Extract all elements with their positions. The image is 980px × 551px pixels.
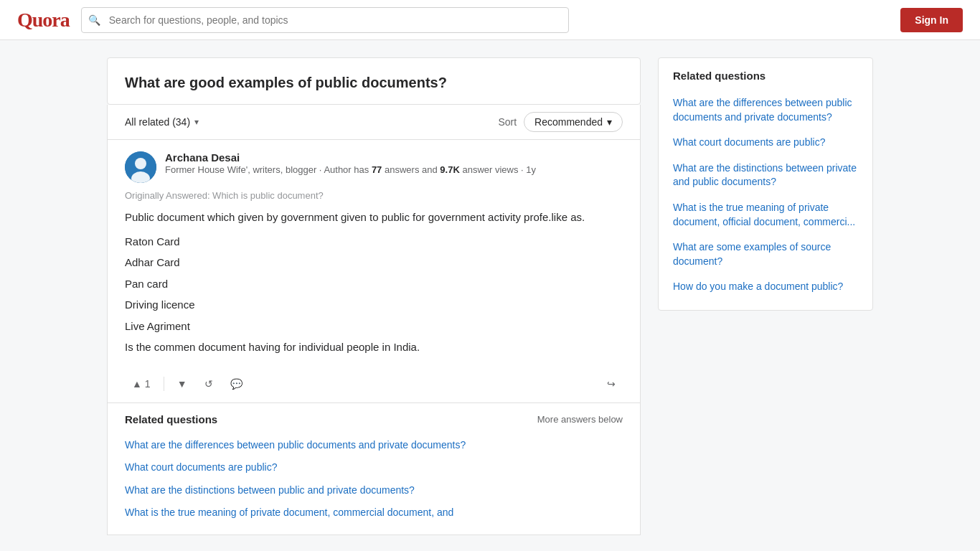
all-related-label: All related (34) [125,116,190,128]
sidebar-link-item[interactable]: What court documents are public? [673,131,858,154]
sort-area: Sort Recommended ▾ [498,112,623,132]
related-link-item[interactable]: What is the true meaning of private docu… [125,501,623,524]
list-item: Raton Card [125,232,623,251]
author-bio: Former House Wife', writers, blogger · A… [165,164,623,176]
related-questions-inline-title: Related questions [125,413,217,425]
sidebar-link-item[interactable]: What is the true meaning of private docu… [673,197,858,233]
share-icon: ↪ [607,378,616,390]
list-item: Adhar Card [125,253,623,272]
related-questions-inline-header: Related questions More answers below [125,413,623,425]
right-sidebar: Related questions What are the differenc… [658,57,873,311]
answer-card: Archana Desai Former House Wife', writer… [107,140,641,403]
author-bio-text: Former House Wife', writers, blogger · A… [165,164,369,175]
left-column: What are good examples of public documen… [107,57,641,535]
related-link-item[interactable]: What are the distinctions between public… [125,479,623,502]
related-link-item[interactable]: What are the differences between public … [125,434,623,457]
upvote-button[interactable]: ▲ 1 [125,374,158,394]
upvote-count: 1 [145,378,151,390]
list-item: Driving licence [125,296,623,314]
action-divider [164,377,164,391]
author-info: Archana Desai Former House Wife', writer… [165,151,623,176]
related-questions-inline: Related questions More answers below Wha… [107,403,641,535]
filter-bar: All related (34) ▾ Sort Recommended ▾ [107,105,641,140]
share-button[interactable]: ↪ [600,374,623,394]
chevron-down-icon: ▾ [194,117,199,127]
retry-button[interactable]: ↺ [197,374,220,394]
author-bio-end: answer views · 1y [462,164,536,175]
sidebar-link-item[interactable]: What are the differences between public … [673,92,858,128]
sidebar-link-item[interactable]: What are the distinctions between privat… [673,157,858,194]
sort-dropdown[interactable]: Recommended ▾ [524,112,623,132]
recommended-label: Recommended [534,116,603,128]
avatar[interactable] [125,151,156,183]
question-box: What are good examples of public documen… [107,57,641,105]
more-answers-below-label: More answers below [537,414,623,425]
search-container: 🔍 [81,7,569,33]
answer-closing: Is the commen document having for indivi… [125,338,623,357]
question-title: What are good examples of public documen… [125,72,623,93]
comment-button[interactable]: 💬 [223,374,250,394]
search-icon: 🔍 [88,14,100,26]
author-name[interactable]: Archana Desai [165,151,623,164]
upvote-icon: ▲ [132,378,142,390]
comment-icon: 💬 [230,378,242,390]
list-item: Live Agriment [125,317,623,336]
sidebar-title: Related questions [673,70,858,82]
answer-count: 77 [372,164,382,175]
signin-button[interactable]: Sign In [900,8,963,32]
quora-logo[interactable]: Quora [17,9,70,32]
related-link-item[interactable]: What court documents are public? [125,456,623,479]
list-item: Pan card [125,275,623,293]
downvote-icon: ▼ [177,378,187,390]
downvote-button[interactable]: ▼ [170,374,194,394]
search-input[interactable] [81,7,569,33]
svg-point-1 [135,158,146,169]
sort-label: Sort [498,116,517,128]
sidebar-link-item[interactable]: How do you make a document public? [673,276,858,298]
retry-icon: ↺ [204,378,213,390]
view-count: 9.7K [440,164,459,175]
chevron-down-icon: ▾ [607,116,612,128]
action-bar: ▲ 1 ▼ ↺ 💬 ↪ [125,367,623,394]
main-layout: What are good examples of public documen… [95,40,885,551]
sidebar-link-item[interactable]: What are some examples of source documen… [673,236,858,273]
author-row: Archana Desai Former House Wife', writer… [125,151,623,183]
answer-body: Public document which given by governmen… [125,208,623,357]
all-related-filter[interactable]: All related (34) ▾ [125,116,199,128]
author-bio-mid: answers and [385,164,438,175]
header: Quora 🔍 Sign In [0,0,980,40]
answer-intro: Public document which given by governmen… [125,208,623,227]
sidebar-box: Related questions What are the differenc… [658,57,873,311]
originally-answered-label: Originally Answered: Which is public doc… [125,190,623,201]
